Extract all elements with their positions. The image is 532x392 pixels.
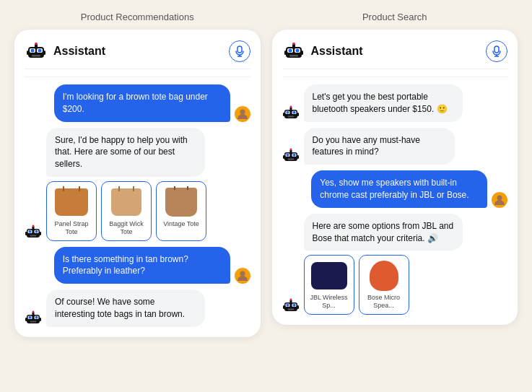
chat-panel-1: Assistant Let's get you the best portabl… [272, 30, 518, 325]
svg-point-55 [289, 105, 292, 108]
msg-col-0-3: Of course! We have some interesting tote… [46, 289, 250, 327]
panels-container: Product Recommendations Assistant I'm lo… [14, 12, 518, 337]
message-row-1-1: Do you have any must-have features in mi… [282, 128, 508, 165]
product-card-1-3-0[interactable]: JBL Wireless Sp... [304, 255, 354, 315]
svg-point-68 [497, 195, 502, 200]
product-shape-1-3-1 [370, 261, 398, 291]
svg-point-51 [286, 110, 289, 113]
svg-rect-53 [287, 116, 294, 117]
robot-icon-0 [25, 40, 48, 63]
svg-rect-77 [283, 305, 285, 309]
product-shape-1-3-0 [311, 262, 347, 289]
messages-area-1: Let's get you the best portable bluetoot… [282, 84, 508, 315]
message-row-0-1: Sure, I'd be happy to help you with that… [25, 128, 250, 241]
bot-avatar-0-3 [25, 310, 42, 327]
user-avatar-0-0 [235, 106, 250, 122]
msg-col-1-1: Do you have any must-have features in mi… [304, 128, 498, 165]
message-row-0-2: Is there something in tan brown? Prefera… [25, 247, 250, 284]
product-shape-0-1-0 [55, 188, 88, 216]
product-img-0-1-2 [162, 186, 200, 218]
svg-point-28 [29, 316, 32, 319]
svg-point-32 [32, 310, 35, 313]
bot-avatar-0-1 [25, 224, 42, 241]
messages-area-0: I'm looking for a brown tote bag under $… [25, 84, 250, 327]
product-img-1-3-0 [310, 260, 348, 292]
msg-col-1-3: Here are some options from JBL and Bose … [304, 214, 508, 315]
svg-point-65 [289, 149, 292, 151]
svg-rect-57 [297, 113, 299, 116]
panel-wrapper-0: Product Recommendations Assistant I'm lo… [14, 12, 261, 337]
mic-button-1[interactable] [486, 40, 507, 62]
user-avatar-1-2 [492, 192, 507, 208]
product-name-0-1-2: Vintage Tote [163, 220, 199, 228]
panel-title-0: Product Recommendations [81, 12, 194, 22]
svg-point-7 [35, 43, 38, 45]
product-img-0-1-1 [108, 186, 145, 218]
svg-point-38 [288, 49, 292, 53]
product-img-1-3-1 [365, 260, 403, 292]
product-name-0-1-1: Baggit Wick Tote [106, 220, 147, 236]
msg-col-1-0: Let's get you the best portable bluetoot… [304, 84, 508, 122]
message-row-1-3: Here are some options from JBL and Bose … [282, 214, 508, 315]
svg-point-76 [289, 299, 292, 301]
svg-rect-19 [30, 235, 37, 236]
product-card-1-3-1[interactable]: Bose Micro Spea... [359, 255, 409, 315]
svg-point-24 [240, 271, 245, 276]
bubble-bot-1-3: Here are some options from JBL and Bose … [304, 214, 463, 251]
bot-avatar-1-0 [282, 105, 300, 122]
chat-panel-0: Assistant I'm looking for a brown tote b… [14, 30, 261, 337]
svg-point-62 [292, 154, 295, 157]
bot-avatar-1-1 [282, 147, 300, 165]
svg-rect-63 [287, 159, 294, 160]
panel-title-1: Product Search [362, 12, 427, 22]
svg-point-17 [29, 230, 32, 232]
product-name-1-3-0: JBL Wireless Sp... [309, 294, 349, 310]
svg-rect-56 [283, 113, 285, 116]
svg-rect-44 [301, 51, 303, 55]
svg-point-21 [32, 225, 35, 227]
product-card-0-1-2[interactable]: Vintage Tote [156, 181, 206, 241]
bot-avatar-1-3 [282, 297, 300, 315]
bubble-bot-1-0: Let's get you the best portable bluetoot… [304, 84, 463, 122]
svg-rect-33 [25, 318, 27, 321]
svg-rect-5 [32, 55, 40, 57]
chat-header-left-1: Assistant [282, 40, 363, 63]
svg-rect-67 [297, 155, 299, 159]
product-card-0-1-0[interactable]: Panel Strap Tote [46, 181, 97, 241]
product-shape-0-1-1 [111, 188, 141, 216]
svg-point-3 [31, 49, 35, 53]
bubble-bot-0-1: Sure, I'd be happy to help you with that… [46, 128, 205, 177]
message-row-0-0: I'm looking for a brown tote bag under $… [25, 84, 250, 122]
robot-icon-1 [282, 40, 305, 63]
svg-rect-78 [297, 305, 299, 309]
svg-point-73 [292, 304, 295, 307]
product-img-0-1-0 [53, 186, 90, 218]
message-row-0-3: Of course! We have some interesting tote… [25, 289, 250, 327]
mic-button-0[interactable] [229, 40, 250, 62]
svg-rect-22 [25, 232, 27, 235]
assistant-label-1: Assistant [311, 45, 363, 58]
msg-col-0-1: Sure, I'd be happy to help you with that… [46, 128, 250, 241]
svg-rect-66 [283, 155, 285, 159]
bubble-bot-1-1: Do you have any must-have features in mi… [304, 128, 455, 165]
product-shape-0-1-2 [165, 188, 197, 217]
svg-rect-30 [30, 321, 37, 322]
panel-wrapper-1: Product Search Assistant Let' [272, 12, 518, 337]
svg-point-39 [295, 49, 299, 53]
message-row-1-0: Let's get you the best portable bluetoot… [282, 84, 508, 122]
svg-rect-74 [287, 308, 294, 310]
assistant-label-0: Assistant [53, 45, 105, 58]
product-card-0-1-1[interactable]: Baggit Wick Tote [101, 181, 152, 241]
svg-rect-10 [237, 46, 242, 53]
svg-point-29 [35, 316, 38, 319]
products-row-1-3: JBL Wireless Sp...Bose Micro Spea... [304, 255, 508, 315]
products-row-0-1: Panel Strap ToteBaggit Wick ToteVintage … [46, 181, 250, 241]
product-name-0-1-0: Panel Strap Tote [51, 220, 92, 236]
message-row-1-2: Yes, show me speakers with built-in chro… [282, 170, 508, 208]
svg-rect-40 [289, 55, 298, 57]
chat-header-left-0: Assistant [25, 40, 105, 63]
chat-header-1: Assistant [282, 40, 508, 69]
bubble-user-0-0: I'm looking for a brown tote bag under $… [54, 84, 230, 122]
svg-rect-23 [40, 232, 42, 235]
bubble-user-1-2: Yes, show me speakers with built-in chro… [311, 170, 487, 208]
